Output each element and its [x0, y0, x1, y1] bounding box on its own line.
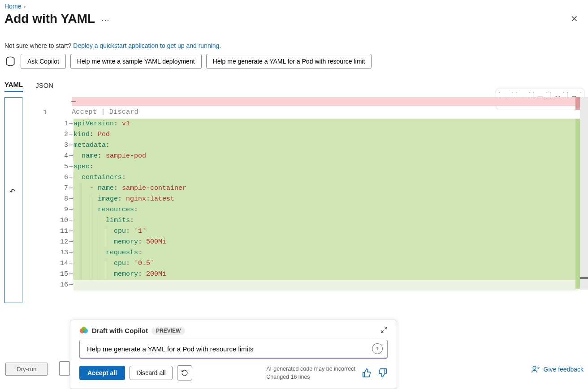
discard-all-button[interactable]: Discard all [130, 366, 172, 380]
thumbs-up-icon[interactable] [362, 368, 372, 378]
collapse-icon[interactable] [380, 326, 388, 335]
diff-plus-icon: + [69, 226, 74, 237]
tab-json[interactable]: JSON [35, 81, 53, 92]
line-number: 14 [58, 258, 69, 269]
line-number: 13 [58, 248, 69, 258]
code-line[interactable]: 10+limits: [58, 215, 578, 226]
diff-plus-icon: + [69, 129, 74, 140]
code-line[interactable]: 13+requests: [58, 248, 578, 258]
tab-yaml[interactable]: YAML [4, 81, 23, 92]
minimap-deleted-marker [575, 97, 580, 110]
line-number: 8 [58, 194, 69, 205]
code-line[interactable]: 16+ [58, 280, 578, 291]
diff-plus-icon: + [69, 194, 74, 205]
line-number: 7 [58, 183, 69, 194]
line-number: 5 [58, 162, 69, 172]
code-line[interactable]: 9+resources: [58, 205, 578, 215]
code-line[interactable]: 11+cpu: '1' [58, 226, 578, 237]
undo-icon[interactable]: ↶ [9, 187, 15, 196]
diff-plus-icon: + [69, 237, 74, 248]
regenerate-icon[interactable] [177, 365, 192, 380]
copilot-panel: Draft with Copilot PREVIEW Accept all Di… [70, 320, 397, 389]
line-number: 4 [58, 151, 69, 162]
dry-run-button[interactable]: Dry-run [5, 363, 48, 376]
copilot-prompt-input[interactable] [86, 345, 368, 353]
format-tabs: YAML JSON [4, 81, 582, 93]
send-icon[interactable] [372, 343, 383, 354]
diff-plus-icon: + [69, 205, 74, 215]
chip-pod-resource-limits[interactable]: Help me generate a YAML for a Pod with r… [206, 54, 372, 69]
minimap[interactable] [575, 97, 588, 290]
code-editor[interactable]: — 1 Accept | Discard 1+apiVersion: v12+k… [27, 97, 588, 299]
line-number: 3 [58, 140, 69, 151]
line-number: 1 [58, 119, 69, 129]
diff-plus-icon: + [69, 248, 74, 258]
help-text: Not sure where to start? Deploy a quicks… [4, 42, 582, 49]
copilot-logo-icon [79, 326, 88, 335]
code-line[interactable]: 1+apiVersion: v1 [58, 119, 578, 129]
line-number: 15 [58, 269, 69, 280]
more-icon[interactable]: ⋯ [101, 16, 109, 24]
breadcrumb-home[interactable]: Home [4, 3, 21, 10]
chip-ask-copilot[interactable]: Ask Copilot [21, 54, 66, 69]
code-line[interactable]: 8+image: nginx:latest [58, 194, 578, 205]
code-line[interactable]: 6+containers: [58, 172, 578, 183]
diff-plus-icon: + [69, 215, 74, 226]
copilot-input-wrap [79, 340, 388, 359]
change-gutter: ↶ [4, 97, 22, 303]
accept-all-button[interactable]: Accept all [79, 366, 125, 380]
line-number: 11 [58, 226, 69, 237]
line-number: 12 [58, 237, 69, 248]
minimap-added-marker [575, 119, 580, 289]
deploy-quickstart-link[interactable]: Deploy a quickstart application to get u… [73, 42, 221, 49]
svg-point-2 [82, 326, 86, 331]
code-line[interactable]: 15+memory: 200Mi [58, 269, 578, 280]
breadcrumb: Home › [4, 3, 582, 10]
diff-plus-icon: + [69, 269, 74, 280]
inline-discard[interactable]: Discard [109, 108, 138, 116]
line-number: 6 [58, 172, 69, 183]
diff-plus-icon: + [69, 151, 74, 162]
copilot-icon [4, 56, 16, 67]
code-line[interactable]: 2+kind: Pod [58, 129, 578, 140]
line-number: 16 [58, 280, 69, 291]
diff-plus-icon: + [69, 172, 74, 183]
code-line[interactable]: 14+cpu: '0.5' [58, 258, 578, 269]
svg-point-3 [533, 366, 536, 369]
diff-plus-icon: + [69, 119, 74, 129]
inline-accept[interactable]: Accept [72, 108, 97, 116]
copilot-notes: AI-generated code may be incorrect Chang… [266, 365, 355, 382]
line-number: 10 [58, 215, 69, 226]
code-line[interactable]: 5+spec: [58, 162, 578, 172]
chevron-right-icon: › [24, 3, 26, 10]
thumbs-down-icon[interactable] [378, 368, 388, 378]
diff-plus-icon: + [69, 183, 74, 194]
orig-line-number: 1 [43, 109, 47, 116]
code-line[interactable]: 4+name: sample-pod [58, 151, 578, 162]
code-line[interactable]: 3+metadata: [58, 140, 578, 151]
line-number: 2 [58, 129, 69, 140]
preview-badge: PREVIEW [151, 327, 185, 335]
page-title: Add with YAML [4, 12, 95, 26]
copilot-panel-title: Draft with Copilot [92, 327, 148, 334]
diff-plus-icon: + [69, 280, 74, 291]
diff-plus-icon: + [69, 258, 74, 269]
inline-diff-actions: Accept | Discard [72, 108, 138, 116]
give-feedback-link[interactable]: Give feedback [531, 365, 584, 374]
code-line[interactable]: 12+memory: 500Mi [58, 237, 578, 248]
diff-deleted-line: — [72, 97, 578, 106]
chip-sample-yaml[interactable]: Help me write a sample YAML deployment [70, 54, 202, 69]
diff-plus-icon: + [69, 140, 74, 151]
code-line[interactable]: 7+- name: sample-container [58, 183, 578, 194]
close-icon[interactable]: ✕ [567, 12, 582, 26]
diff-plus-icon: + [69, 162, 74, 172]
line-number: 9 [58, 205, 69, 215]
secondary-action-button[interactable] [59, 361, 70, 376]
